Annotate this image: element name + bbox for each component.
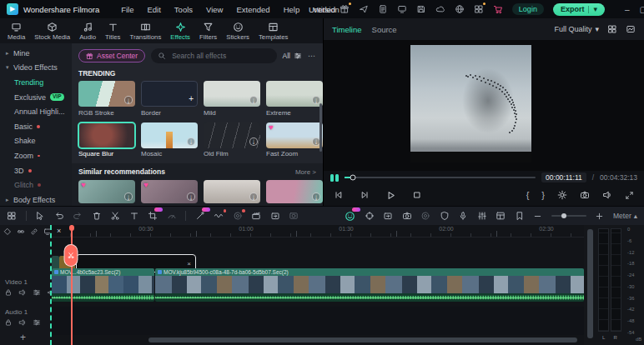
toolbox-icon[interactable]: [7, 211, 17, 221]
menu-edit[interactable]: Edit: [147, 5, 160, 14]
sidebar-item-basic[interactable]: Basic: [0, 119, 72, 134]
mask-icon[interactable]: [289, 211, 299, 221]
snapshot-box-icon[interactable]: [496, 211, 506, 221]
playhead[interactable]: [71, 225, 73, 345]
mute-icon[interactable]: [18, 318, 27, 327]
track-options-icon[interactable]: [33, 318, 41, 327]
volume-icon[interactable]: [602, 190, 612, 200]
track-options-icon[interactable]: [33, 288, 41, 297]
effect-card-narrow[interactable]: ↓ Narrow: [204, 180, 260, 206]
audio-denoise-icon[interactable]: [214, 211, 224, 221]
preview-settings-icon[interactable]: [557, 190, 567, 200]
effect-card-mosaic[interactable]: ↓ Mosaic: [141, 122, 198, 158]
meter-toggle[interactable]: Meter ▴: [613, 212, 637, 220]
effect-card-old-film[interactable]: ↓ Old Film: [204, 122, 260, 158]
effect-card-extreme[interactable]: ↓ Extreme: [266, 81, 323, 117]
sidebar-item-zoom[interactable]: Zoom: [0, 148, 72, 163]
effect-card-hallucination[interactable]: ↓ Hallucination 1: [266, 180, 323, 206]
menu-extended[interactable]: Extended: [236, 5, 269, 14]
asset-center-button[interactable]: Asset Center: [78, 49, 145, 62]
step-back-icon[interactable]: [334, 190, 344, 200]
video-clip-2[interactable]: MOV.kju85b94500-c08a-48-7d-ba06-5d5b07.S…: [155, 268, 584, 302]
display-icon[interactable]: [397, 4, 407, 14]
menu-help[interactable]: Help: [284, 5, 300, 14]
zoom-slider-handle[interactable]: [561, 213, 566, 218]
snapshot-icon[interactable]: [580, 190, 590, 200]
clip-rename-input[interactable]: [81, 259, 184, 268]
login-button[interactable]: Login: [512, 3, 544, 15]
tab-source[interactable]: Source: [372, 25, 397, 34]
export-frame-icon[interactable]: [402, 211, 412, 221]
unlink-clips-icon[interactable]: [30, 228, 38, 236]
more-options-icon[interactable]: ⋯: [308, 52, 316, 60]
close-icon[interactable]: ×: [57, 227, 61, 235]
render-preview-icon[interactable]: [383, 211, 393, 221]
tab-media[interactable]: Media: [3, 20, 29, 42]
quick-text-icon[interactable]: [129, 211, 139, 221]
tab-timeline[interactable]: Timeline: [332, 25, 362, 34]
add-track-button[interactable]: +: [20, 332, 26, 342]
effect-card-fast-zoom[interactable]: ♥↓ Fast Zoom: [266, 122, 323, 158]
link-clips-icon[interactable]: [17, 228, 25, 236]
fullscreen-icon[interactable]: [625, 191, 634, 200]
motion-track-icon[interactable]: [251, 211, 261, 221]
effect-card-rgb-stroke[interactable]: ↓ RGB Stroke: [78, 81, 135, 117]
export-dropdown-icon[interactable]: ▾: [593, 5, 597, 13]
download-icon[interactable]: ↓: [312, 192, 320, 201]
audio-mixer-icon[interactable]: [477, 211, 487, 221]
shield-mask-icon[interactable]: [440, 211, 450, 221]
video-clip-1[interactable]: MOV...4b0c5ac23.Sec(2): [52, 268, 154, 302]
menu-view[interactable]: View: [206, 5, 223, 14]
lock-icon[interactable]: [4, 288, 13, 297]
tab-filters[interactable]: Filters: [195, 20, 221, 42]
undo-icon[interactable]: [54, 211, 64, 221]
search-input[interactable]: [170, 51, 269, 61]
restore-button[interactable]: ▢: [640, 5, 644, 14]
timeline-tracks[interactable]: 00:30 01:00 01:30 02:00 02:30 × × MOV...…: [50, 225, 584, 345]
playhead-split-button[interactable]: [64, 244, 78, 267]
download-icon[interactable]: ↓: [124, 192, 133, 201]
effects-scrollbar[interactable]: [319, 103, 322, 152]
record-icon[interactable]: [420, 211, 430, 221]
step-forward-icon[interactable]: [360, 190, 370, 200]
tab-effects[interactable]: Effects: [166, 20, 194, 42]
menu-file[interactable]: File: [121, 5, 133, 14]
sidebar-item-shake[interactable]: Shake: [0, 134, 72, 149]
voiceover-mic-icon[interactable]: [458, 211, 468, 221]
save-icon[interactable]: [416, 4, 426, 14]
speed-ramp-icon[interactable]: [167, 211, 177, 221]
mark-out-button[interactable]: }: [541, 191, 545, 200]
sidebar-item-glitch[interactable]: Glitch: [0, 178, 72, 192]
effect-card-border[interactable]: + Border: [141, 81, 198, 117]
tab-titles[interactable]: Titles: [101, 20, 124, 42]
mute-icon[interactable]: [18, 288, 27, 297]
gift-icon[interactable]: [340, 4, 350, 14]
marker-icon[interactable]: [515, 211, 525, 221]
sidebar-item-mine[interactable]: ▸Mine: [0, 46, 72, 61]
download-icon[interactable]: ↓: [249, 96, 258, 104]
sidebar-item-trending[interactable]: Trending: [0, 75, 72, 90]
tab-stock-media[interactable]: Stock Media: [30, 20, 74, 42]
tab-templates[interactable]: Templates: [254, 20, 293, 42]
sidebar-item-exclusive[interactable]: ExclusiveVIP: [0, 90, 72, 105]
download-icon[interactable]: ↓: [187, 138, 195, 146]
tab-audio[interactable]: Audio: [75, 20, 100, 42]
more-link[interactable]: More >: [295, 168, 316, 176]
cloud-upload-icon[interactable]: [435, 4, 445, 14]
sidebar-item-body-effects[interactable]: ▸Body Effects: [0, 192, 72, 206]
export-button[interactable]: Export ▾: [553, 3, 605, 16]
crop-icon[interactable]: [148, 211, 158, 221]
play-icon[interactable]: [385, 190, 396, 201]
delete-icon[interactable]: [92, 211, 102, 221]
download-icon[interactable]: ↓: [124, 96, 133, 104]
clear-icon[interactable]: ×: [187, 260, 191, 268]
sidebar-item-3d[interactable]: 3D: [0, 163, 72, 178]
cart-icon[interactable]: [493, 4, 503, 14]
project-doc-icon[interactable]: [378, 4, 388, 14]
mark-in-button[interactable]: {: [526, 191, 530, 200]
globe-icon[interactable]: [455, 4, 465, 14]
lock-icon[interactable]: [4, 318, 13, 327]
tab-stickers[interactable]: Stickers: [222, 20, 254, 42]
download-icon[interactable]: ↓: [249, 138, 258, 146]
tab-transitions[interactable]: Transitions: [125, 20, 165, 42]
